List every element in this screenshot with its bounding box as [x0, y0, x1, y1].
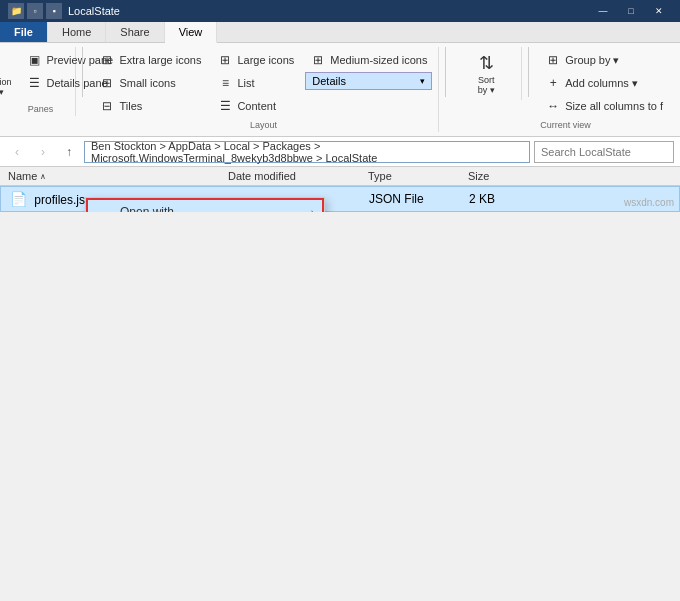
navigation-pane-button[interactable]: ⊞ Navigationpane ▾ — [0, 49, 18, 101]
current-view-group: ⊞ Group by ▾ + Add columns ▾ ↔ Size all … — [534, 47, 674, 132]
maximize-button[interactable]: □ — [618, 3, 644, 19]
details-icon: ☰ — [27, 75, 43, 91]
col-header-size[interactable]: Size — [460, 170, 540, 182]
quick-access-icon2[interactable]: ▪ — [46, 3, 62, 19]
layout-col-3: ⊞ Medium-sized icons Details ▾ — [305, 49, 432, 90]
file-type-cell: JSON File — [361, 192, 461, 206]
layout-col-2: ⊞ Large icons ≡ List ☰ Content — [212, 49, 299, 117]
size-columns-button[interactable]: ↔ Size all columns to f — [540, 95, 668, 117]
add-columns-label: Add columns ▾ — [565, 77, 638, 90]
close-button[interactable]: ✕ — [646, 3, 672, 19]
forward-button[interactable]: › — [32, 141, 54, 163]
large-icons-label: Large icons — [237, 54, 294, 66]
watermark: wsxdn.com — [624, 197, 674, 208]
file-size: 2 KB — [469, 192, 495, 206]
sort-group-content: ⇅ Sortby ▾ — [473, 49, 500, 98]
layout-label: Layout — [94, 120, 432, 130]
col-type-label: Type — [368, 170, 392, 182]
search-input[interactable] — [534, 141, 674, 163]
small-icons-label: Small icons — [119, 77, 175, 89]
size-columns-label: Size all columns to f — [565, 100, 663, 112]
small-icons-icon: ⊞ — [99, 75, 115, 91]
title-bar-controls: — □ ✕ — [590, 3, 672, 19]
details-label: Details — [312, 75, 346, 87]
context-menu: Open with›🌐Upload with ShareX🗜7-Zip›CRC … — [85, 197, 325, 212]
tiles-button[interactable]: ⊟ Tiles — [94, 95, 206, 117]
layout-group: ⊞ Extra large icons ⊞ Small icons ⊟ Tile… — [88, 47, 439, 132]
current-view-label: Current view — [540, 120, 668, 130]
ctx-item-open-with[interactable]: Open with› — [86, 198, 324, 212]
panes-group: ⊞ Navigationpane ▾ ▣ Preview pane ☰ Deta… — [6, 47, 76, 116]
ribbon: File Home Share View ⊞ Navigationpane ▾ … — [0, 22, 680, 137]
path-text: Ben Stockton > AppData > Local > Package… — [91, 140, 523, 164]
folder-icon: 📁 — [8, 3, 24, 19]
preview-icon: ▣ — [27, 52, 43, 68]
col-header-type[interactable]: Type — [360, 170, 460, 182]
content-button[interactable]: ☰ Content — [212, 95, 299, 117]
details-dropdown[interactable]: Details ▾ — [305, 72, 432, 90]
file-type: JSON File — [369, 192, 424, 206]
content-icon: ☰ — [217, 98, 233, 114]
sort-group: ⇅ Sortby ▾ — [452, 47, 522, 100]
col-name-label: Name — [8, 170, 37, 182]
title-bar: 📁 ▫ ▪ LocalState — □ ✕ — [0, 0, 680, 22]
medium-icons-icon: ⊞ — [310, 52, 326, 68]
col-date-label: Date modified — [228, 170, 296, 182]
column-headers: Name ∧ Date modified Type Size — [0, 167, 680, 186]
tab-share[interactable]: Share — [106, 22, 164, 42]
col-header-name[interactable]: Name ∧ — [0, 170, 220, 182]
view-group-content: ⊞ Group by ▾ + Add columns ▾ ↔ Size all … — [540, 49, 668, 117]
list-label: List — [237, 77, 254, 89]
file-size-cell: 2 KB — [461, 192, 541, 206]
up-button[interactable]: ↑ — [58, 141, 80, 163]
extra-large-icon: ⊞ — [99, 52, 115, 68]
group-by-button[interactable]: ⊞ Group by ▾ — [540, 49, 668, 71]
sort-by-button[interactable]: ⇅ Sortby ▾ — [473, 49, 500, 98]
tab-home[interactable]: Home — [48, 22, 106, 42]
large-icons-icon: ⊞ — [217, 52, 233, 68]
col-header-date[interactable]: Date modified — [220, 170, 360, 182]
extra-large-label: Extra large icons — [119, 54, 201, 66]
address-path[interactable]: Ben Stockton > AppData > Local > Package… — [84, 141, 530, 163]
quick-access-icon1[interactable]: ▫ — [27, 3, 43, 19]
medium-icons-label: Medium-sized icons — [330, 54, 427, 66]
navigation-pane-icon: ⊞ — [0, 53, 4, 77]
back-button[interactable]: ‹ — [6, 141, 28, 163]
size-columns-icon: ↔ — [545, 98, 561, 114]
file-area: Name ∧ Date modified Type Size 📄 profile… — [0, 167, 680, 212]
sort-icon: ⇅ — [479, 52, 494, 74]
tiles-icon: ⊟ — [99, 98, 115, 114]
content-label: Content — [237, 100, 276, 112]
tiles-label: Tiles — [119, 100, 142, 112]
col-size-label: Size — [468, 170, 489, 182]
ctx-label-open-with: Open with — [120, 205, 174, 212]
large-icons-button[interactable]: ⊞ Large icons — [212, 49, 299, 71]
medium-icons-button[interactable]: ⊞ Medium-sized icons — [305, 49, 432, 71]
title-bar-left: 📁 ▫ ▪ LocalState — [8, 3, 120, 19]
title-bar-icons: 📁 ▫ ▪ — [8, 3, 62, 19]
ribbon-tab-bar: File Home Share View — [0, 22, 680, 43]
small-icons-button[interactable]: ⊞ Small icons — [94, 72, 206, 94]
extra-large-icons-button[interactable]: ⊞ Extra large icons — [94, 49, 206, 71]
dropdown-arrow: ▾ — [420, 76, 425, 86]
list-button[interactable]: ≡ List — [212, 72, 299, 94]
ctx-arrow-open-with: › — [311, 207, 314, 213]
panes-label: Panes — [28, 104, 54, 114]
file-icon: 📄 — [9, 190, 27, 208]
group-by-label: Group by ▾ — [565, 54, 619, 67]
group-by-icon: ⊞ — [545, 52, 561, 68]
col-sort-icon: ∧ — [40, 172, 46, 181]
layout-col-1: ⊞ Extra large icons ⊞ Small icons ⊟ Tile… — [94, 49, 206, 117]
list-icon: ≡ — [217, 75, 233, 91]
add-columns-icon: + — [545, 75, 561, 91]
add-columns-button[interactable]: + Add columns ▾ — [540, 72, 668, 94]
title-text: LocalState — [68, 5, 120, 17]
address-bar: ‹ › ↑ Ben Stockton > AppData > Local > P… — [0, 137, 680, 167]
view-col-1: ⊞ Group by ▾ + Add columns ▾ ↔ Size all … — [540, 49, 668, 117]
ribbon-content: ⊞ Navigationpane ▾ ▣ Preview pane ☰ Deta… — [0, 43, 680, 136]
tab-file[interactable]: File — [0, 22, 48, 42]
minimize-button[interactable]: — — [590, 3, 616, 19]
tab-view[interactable]: View — [165, 22, 218, 43]
layout-group-content: ⊞ Extra large icons ⊞ Small icons ⊟ Tile… — [94, 49, 432, 117]
